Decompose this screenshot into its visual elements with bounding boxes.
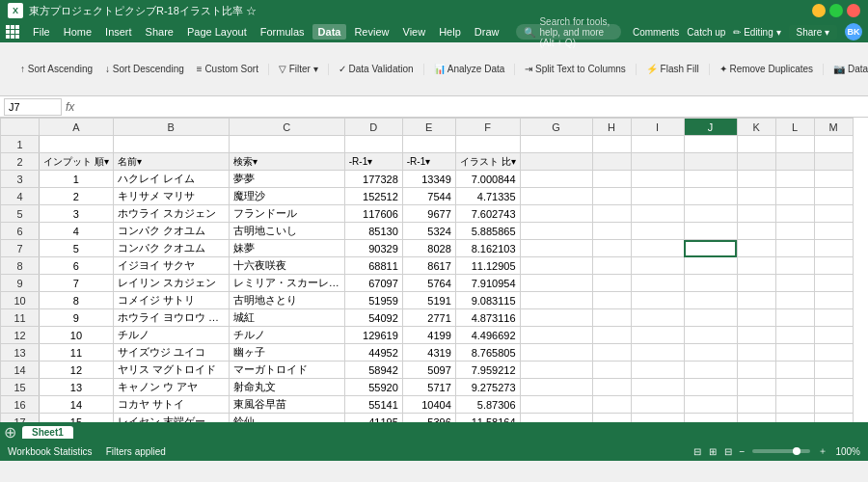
data-cell[interactable]: 117606 xyxy=(344,205,402,223)
flash-fill-btn[interactable]: ⚡ Flash Fill xyxy=(641,62,704,76)
split-text-btn[interactable]: ⇥ Split Text to Columns xyxy=(520,62,631,76)
data-cell[interactable]: 85130 xyxy=(344,223,402,240)
col-A[interactable]: A xyxy=(40,119,114,136)
data-cell[interactable] xyxy=(814,223,853,240)
col-K[interactable]: K xyxy=(737,119,775,136)
data-cell[interactable] xyxy=(737,188,775,205)
col-E[interactable]: E xyxy=(402,119,455,136)
data-cell[interactable]: 152512 xyxy=(344,188,402,205)
cell-1-11[interactable] xyxy=(775,136,814,153)
data-cell[interactable] xyxy=(737,223,775,240)
data-cell[interactable] xyxy=(814,292,853,309)
data-cell[interactable] xyxy=(814,344,853,362)
row-num[interactable]: 5 xyxy=(1,205,40,223)
catch-up-btn[interactable]: Catch up xyxy=(687,27,725,38)
cell-1-5[interactable] xyxy=(455,136,520,153)
name-box[interactable]: J7 xyxy=(4,98,62,116)
data-cell[interactable] xyxy=(775,240,814,257)
data-cell[interactable] xyxy=(592,362,631,379)
zoom-slider[interactable] xyxy=(752,449,810,453)
data-cell[interactable]: ホウライ スカジェン xyxy=(113,205,229,223)
data-cell[interactable] xyxy=(737,292,775,309)
data-cell[interactable] xyxy=(520,327,592,344)
data-cell[interactable] xyxy=(737,414,775,423)
data-cell[interactable]: 51959 xyxy=(344,292,402,309)
data-cell[interactable]: 15 xyxy=(40,414,114,423)
data-cell[interactable] xyxy=(592,257,631,275)
cell-1-0[interactable] xyxy=(40,136,114,153)
data-cell[interactable]: 8.162103 xyxy=(455,240,520,257)
data-cell[interactable]: 4.873116 xyxy=(455,309,520,327)
header-cell-5[interactable]: イラスト 比▾ xyxy=(455,153,520,171)
data-cell[interactable]: 5396 xyxy=(402,414,455,423)
data-cell[interactable]: 妹夢 xyxy=(229,240,344,257)
menu-data[interactable]: Data xyxy=(312,24,347,40)
menu-formulas[interactable]: Formulas xyxy=(255,24,311,40)
data-cell[interactable] xyxy=(737,379,775,396)
comments-btn[interactable]: Comments xyxy=(633,27,679,38)
data-cell[interactable]: 2 xyxy=(40,188,114,205)
col-L[interactable]: L xyxy=(775,119,814,136)
col-H[interactable]: H xyxy=(592,119,631,136)
formula-input[interactable] xyxy=(78,98,864,116)
data-cell[interactable] xyxy=(631,188,684,205)
col-D[interactable]: D xyxy=(344,119,402,136)
row-num[interactable]: 11 xyxy=(1,309,40,327)
data-cell[interactable]: 7.000844 xyxy=(455,171,520,188)
data-cell[interactable]: 城紅 xyxy=(229,309,344,327)
data-cell[interactable]: 5717 xyxy=(402,379,455,396)
data-cell[interactable]: 12 xyxy=(40,362,114,379)
data-cell[interactable]: 90329 xyxy=(344,240,402,257)
data-cell[interactable] xyxy=(775,396,814,414)
data-cell[interactable]: キャノン ウ アヤ xyxy=(113,379,229,396)
grid-container[interactable]: A B C D E F G H I J K L M 12インプット 順▾名前▾検… xyxy=(0,118,868,422)
header-cell-6[interactable] xyxy=(520,153,592,171)
data-cell[interactable] xyxy=(684,240,737,257)
data-cell[interactable]: 55920 xyxy=(344,379,402,396)
view-break-icon[interactable]: ⊟ xyxy=(724,446,732,457)
data-cell[interactable] xyxy=(520,362,592,379)
data-cell[interactable]: チルノ xyxy=(229,327,344,344)
data-cell[interactable] xyxy=(631,414,684,423)
data-cell[interactable] xyxy=(737,171,775,188)
data-cell[interactable]: 7544 xyxy=(402,188,455,205)
custom-sort-btn[interactable]: ≡ Custom Sort xyxy=(192,62,263,76)
data-cell[interactable]: 58942 xyxy=(344,362,402,379)
row-num-1[interactable]: 1 xyxy=(1,136,40,153)
cell-1-9[interactable] xyxy=(684,136,737,153)
data-cell[interactable]: 7.910954 xyxy=(455,275,520,292)
menu-page-layout[interactable]: Page Layout xyxy=(181,24,253,40)
col-F[interactable]: F xyxy=(455,119,520,136)
data-cell[interactable] xyxy=(814,327,853,344)
cell-1-10[interactable] xyxy=(737,136,775,153)
header-cell-1[interactable]: 名前▾ xyxy=(113,153,229,171)
data-cell[interactable]: 3 xyxy=(40,205,114,223)
data-cell[interactable]: 5 xyxy=(40,240,114,257)
data-cell[interactable] xyxy=(631,292,684,309)
data-cell[interactable] xyxy=(737,275,775,292)
data-cell[interactable] xyxy=(592,344,631,362)
data-cell[interactable] xyxy=(592,396,631,414)
data-cell[interactable] xyxy=(814,379,853,396)
data-cell[interactable] xyxy=(631,379,684,396)
data-cell[interactable] xyxy=(684,292,737,309)
data-cell[interactable] xyxy=(631,309,684,327)
data-cell[interactable]: 11 xyxy=(40,344,114,362)
data-cell[interactable] xyxy=(775,257,814,275)
data-cell[interactable] xyxy=(775,414,814,423)
data-cell[interactable]: 4 xyxy=(40,223,114,240)
data-cell[interactable]: 5764 xyxy=(402,275,455,292)
row-num[interactable]: 14 xyxy=(1,362,40,379)
data-cell[interactable] xyxy=(592,223,631,240)
data-cell[interactable] xyxy=(592,414,631,423)
data-cell[interactable] xyxy=(814,171,853,188)
cell-1-3[interactable] xyxy=(344,136,402,153)
data-cell[interactable] xyxy=(520,344,592,362)
view-normal-icon[interactable]: ⊟ xyxy=(693,446,701,457)
menu-review[interactable]: Review xyxy=(348,24,394,40)
data-cell[interactable] xyxy=(520,414,592,423)
data-cell[interactable] xyxy=(631,362,684,379)
data-cell[interactable]: サイズウジ ユイコ xyxy=(113,344,229,362)
zoom-out-btn[interactable]: − xyxy=(740,446,746,457)
data-cell[interactable]: 11.58164 xyxy=(455,414,520,423)
